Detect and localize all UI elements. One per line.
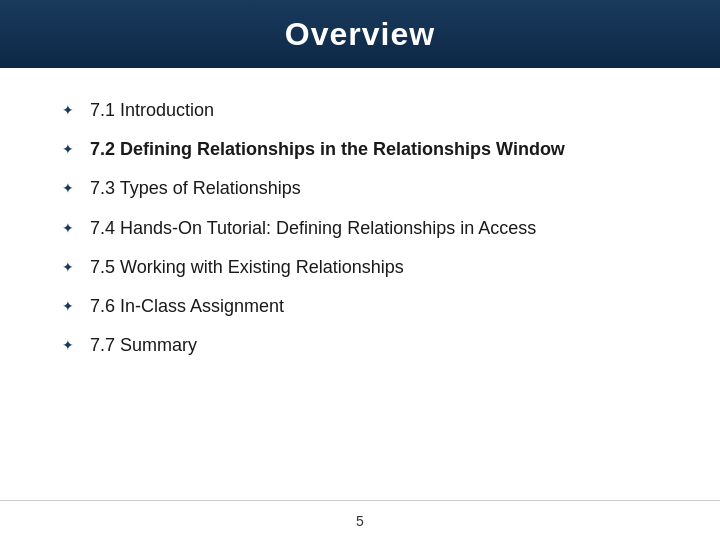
diamond-icon: ✦ (60, 219, 76, 239)
list-item: ✦7.1 Introduction (60, 98, 660, 123)
page-number: 5 (356, 513, 364, 529)
diamond-icon: ✦ (60, 101, 76, 121)
slide-content: ✦7.1 Introduction✦7.2 Defining Relations… (0, 68, 720, 500)
list-item-text: 7.1 Introduction (90, 98, 660, 123)
list-item-text: 7.5 Working with Existing Relationships (90, 255, 660, 280)
list-item-text: 7.7 Summary (90, 333, 660, 358)
diamond-icon: ✦ (60, 179, 76, 199)
list-item: ✦7.3 Types of Relationships (60, 176, 660, 201)
list-item: ✦7.5 Working with Existing Relationships (60, 255, 660, 280)
diamond-icon: ✦ (60, 258, 76, 278)
slide-footer: 5 (0, 500, 720, 540)
list-item: ✦7.2 Defining Relationships in the Relat… (60, 137, 660, 162)
diamond-icon: ✦ (60, 336, 76, 356)
list-item: ✦7.4 Hands-On Tutorial: Defining Relatio… (60, 216, 660, 241)
diamond-icon: ✦ (60, 140, 76, 160)
list-item-text: 7.6 In-Class Assignment (90, 294, 660, 319)
slide-container: Overview ✦7.1 Introduction✦7.2 Defining … (0, 0, 720, 540)
diamond-icon: ✦ (60, 297, 76, 317)
list-item-text: 7.4 Hands-On Tutorial: Defining Relation… (90, 216, 660, 241)
list-item-text: 7.3 Types of Relationships (90, 176, 660, 201)
list-item: ✦7.7 Summary (60, 333, 660, 358)
slide-title: Overview (285, 16, 435, 53)
list-item-text: 7.2 Defining Relationships in the Relati… (90, 137, 660, 162)
overview-list: ✦7.1 Introduction✦7.2 Defining Relations… (60, 98, 660, 358)
list-item: ✦7.6 In-Class Assignment (60, 294, 660, 319)
slide-header: Overview (0, 0, 720, 68)
